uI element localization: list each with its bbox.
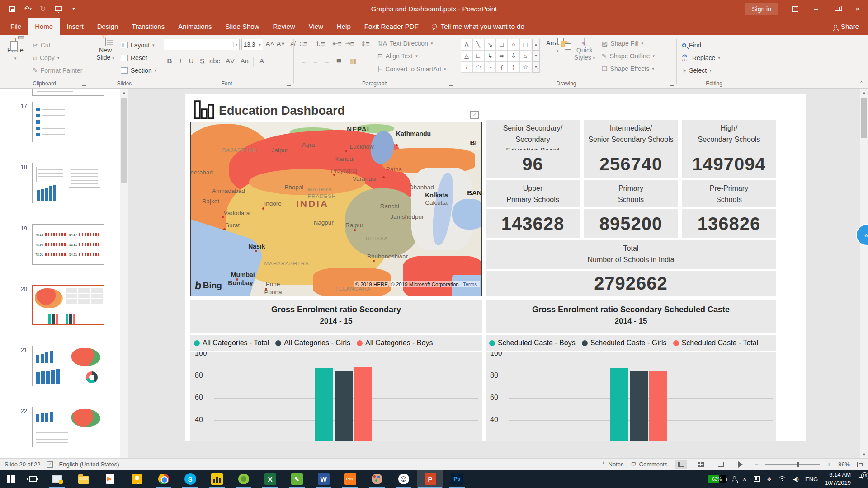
input-language[interactable]: ENG (805, 476, 818, 483)
people-icon[interactable] (733, 476, 736, 479)
chart-ger-scheduled-caste[interactable]: Gross Enrolment ratio Secondary Schedule… (486, 300, 776, 441)
taskbar-chrome-icon[interactable] (150, 470, 177, 488)
align-center-icon[interactable]: ≡ (310, 57, 320, 65)
shape-effects-button[interactable]: ❏ Shape Effects ▾ (602, 65, 654, 72)
share-button[interactable]: Share (834, 18, 868, 35)
main-scrollbar[interactable]: ▲ ▼ (860, 89, 868, 458)
menu-tab-help[interactable]: Help (330, 18, 358, 35)
volume-icon[interactable]: ◀)) (793, 476, 798, 482)
shape-cell-12[interactable]: ≀ (461, 61, 472, 73)
underline-icon[interactable]: U (186, 57, 196, 65)
schools-stats-grid[interactable]: Senior Secondary/ SecondaryEducation Boa… (486, 120, 776, 296)
shape-gallery-scroll[interactable]: ▲ ▼ ▼̱ (532, 39, 540, 73)
tablet-mode-icon[interactable] (754, 476, 760, 482)
scroll-up-icon[interactable]: ▲ (860, 89, 868, 96)
comments-button[interactable]: 🗨︎Comments (631, 461, 668, 468)
taskbar-winscp-icon[interactable] (43, 470, 70, 488)
language-status[interactable]: English (United States) (59, 461, 119, 468)
wifi-icon[interactable] (778, 476, 786, 482)
taskbar-word-icon[interactable]: W (310, 470, 337, 488)
zoom-slider[interactable] (765, 464, 820, 465)
bar-scheduled-caste-girls[interactable] (630, 371, 648, 441)
fit-to-window-icon[interactable] (857, 462, 863, 467)
increase-font-icon[interactable]: A˄ (265, 40, 275, 47)
find-button[interactable]: Find (682, 40, 701, 51)
text-shadow-icon[interactable]: S (197, 57, 207, 65)
save-icon[interactable] (5, 3, 19, 15)
copy-button[interactable]: ⧉ Copy ▾ (33, 52, 59, 63)
slide-sorter-view-button[interactable] (694, 460, 707, 469)
notes-button[interactable]: ≜Notes (601, 461, 623, 468)
taskbar-photoshop-icon[interactable]: Ps (443, 470, 470, 488)
taskbar-excel-icon[interactable]: X (257, 470, 283, 488)
new-slide-button[interactable]: New Slide ▾ (93, 38, 118, 62)
start-slideshow-icon[interactable] (52, 3, 65, 15)
align-text-button[interactable]: ⊡ Align Text ▾ (377, 52, 418, 60)
columns-icon[interactable]: ▥ (348, 57, 358, 65)
shape-gallery-more-icon[interactable]: ▼̱ (532, 61, 540, 73)
text-direction-button[interactable]: ⇅A Text Direction ▾ (377, 40, 433, 47)
scroll-down-icon[interactable]: ▼ (860, 450, 868, 458)
bold-icon[interactable]: B (165, 57, 175, 65)
layout-button[interactable]: Layout ▾ (121, 40, 155, 51)
shape-cell-1[interactable]: ╲ (472, 39, 484, 50)
taskbar-task-view-icon[interactable] (22, 470, 43, 488)
arrange-button[interactable]: Arrange▾ (545, 38, 570, 55)
taskbar-powerpoint-icon[interactable]: P (417, 470, 443, 488)
battery-indicator[interactable]: 63% (708, 475, 726, 483)
font-dialog-launcher[interactable] (287, 82, 291, 86)
shape-cell-16[interactable]: } (508, 61, 519, 73)
italic-icon[interactable]: I (175, 57, 185, 65)
menu-tab-design[interactable]: Design (90, 18, 125, 35)
format-painter-button[interactable]: ✎ Format Painter (33, 65, 82, 76)
shape-cell-7[interactable]: ∟ (472, 50, 484, 61)
taskbar-snagit-icon[interactable]: ✎ (283, 470, 310, 488)
thumbnail-scroll-up-icon[interactable]: ▲ (120, 89, 128, 96)
spellcheck-icon[interactable]: ✓ (47, 461, 53, 468)
thumbnail-scrollbar[interactable]: ▲ (120, 89, 128, 458)
font-name-input[interactable]: ▾ (164, 39, 240, 50)
tell-me-box[interactable]: Tell me what you want to do (432, 18, 524, 35)
section-button[interactable]: Section ▾ (121, 65, 156, 76)
hidden-icons-chevron[interactable]: ∧ (743, 476, 747, 482)
reset-button[interactable]: Reset (121, 52, 147, 63)
shape-cell-8[interactable]: ↳ (484, 50, 496, 61)
zoom-in-button[interactable]: + (827, 460, 831, 468)
menu-tab-foxit-reader-pdf[interactable]: Foxit Reader PDF (358, 18, 425, 35)
select-button[interactable]: ➤ Select ▾ (682, 65, 712, 76)
ribbon-display-options-icon[interactable] (785, 0, 806, 18)
zoom-level[interactable]: 86% (838, 461, 850, 468)
dropbox-icon[interactable]: ❖ (767, 476, 772, 483)
shape-cell-3[interactable]: □ (496, 39, 508, 50)
menu-tab-transitions[interactable]: Transitions (125, 18, 171, 35)
shape-fill-button[interactable]: ▨ Shape Fill ▾ (602, 40, 643, 47)
shape-cell-0[interactable]: A (461, 39, 472, 50)
shape-gallery[interactable]: A╲↘□○◻△∟↳⇨⇩⌂≀◠~{}☆ (461, 39, 531, 73)
increase-indent-icon[interactable]: ⇥≡ (344, 40, 354, 48)
shape-cell-15[interactable]: { (496, 61, 508, 73)
slide-thumbnail-22[interactable] (32, 407, 104, 447)
shape-cell-6[interactable]: △ (461, 50, 472, 61)
slide-20[interactable]: Education Dashboard ↗ NEPALKathmanduBIR (185, 94, 806, 441)
sign-in-button[interactable]: Sign in (745, 3, 778, 15)
taskbar-smiley-icon[interactable]: ☺ (390, 470, 417, 488)
minimize-button[interactable]: – (806, 0, 826, 18)
taskbar-document-app-icon[interactable] (97, 470, 123, 488)
redo-icon[interactable]: ↻ (36, 3, 50, 15)
paragraph-dialog-launcher[interactable] (449, 82, 453, 86)
shape-cell-13[interactable]: ◠ (472, 61, 484, 73)
taskbar-foxit-icon[interactable]: PDF (337, 470, 363, 488)
shape-scroll-up-icon[interactable]: ▲ (532, 39, 540, 50)
map-terms-link[interactable]: Terms (462, 282, 478, 287)
chart-ger-secondary[interactable]: Gross Enrolment ratio Secondary2014 - 15… (190, 300, 482, 441)
taskbar-file-explorer-icon[interactable] (70, 470, 97, 488)
bar-all-categories-total[interactable] (315, 368, 333, 441)
action-center-icon[interactable]: 19 (858, 476, 865, 482)
slide-thumbnail-18[interactable] (32, 163, 104, 203)
reading-view-button[interactable] (714, 460, 727, 469)
customize-qat-icon[interactable]: ▾ (67, 3, 80, 15)
shape-cell-2[interactable]: ↘ (484, 39, 496, 50)
slide-thumbnail-20[interactable] (32, 285, 104, 325)
taskbar-sticky-notes-icon[interactable] (123, 470, 150, 488)
undo-icon[interactable]: ↶▾ (21, 3, 34, 15)
